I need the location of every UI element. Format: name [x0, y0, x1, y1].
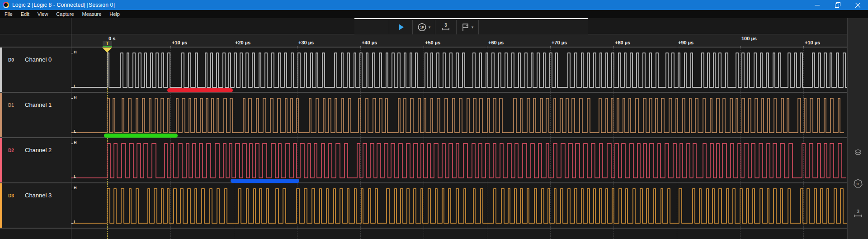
- blue-measure-bar[interactable]: [231, 179, 299, 183]
- channel-color-strip: [0, 183, 2, 228]
- channel-separator: [0, 92, 847, 93]
- menu-item-capture[interactable]: Capture: [52, 10, 78, 18]
- svg-text:3: 3: [857, 209, 859, 214]
- trigger-1f-icon[interactable]: 1F: [853, 178, 863, 189]
- axis-label: +60 µs: [488, 40, 504, 45]
- channel-color-strip: [0, 138, 2, 182]
- axis-label: +50 µs: [425, 40, 440, 45]
- logic2-window: Logic 2 [Logic 8 - Connected] [Session 0…: [0, 0, 868, 239]
- app-logo-icon: [3, 2, 9, 8]
- channel-separator: [0, 47, 847, 48]
- channel-color-strip: [0, 93, 2, 137]
- svg-text:1F: 1F: [856, 182, 860, 186]
- title-bar: Logic 2 [Logic 8 - Connected] [Session 0…: [0, 0, 868, 10]
- digital-waveform-d2: [71, 138, 847, 182]
- right-sidebar: 1F 3: [847, 18, 868, 239]
- channel-id: D3: [8, 193, 14, 198]
- main-area: 1F ▾ 3 ▾ 0 s+10 µs+20 µs+30 µs+: [0, 18, 868, 239]
- axis-label: +10 µs: [805, 40, 820, 45]
- panel-divider: [71, 18, 71, 239]
- menu-item-edit[interactable]: Edit: [17, 10, 33, 18]
- trigger-marker-icon[interactable]: [102, 48, 112, 53]
- menu-item-measure[interactable]: Measure: [78, 10, 106, 18]
- high-level-label: H: [74, 50, 77, 54]
- channel-label-d3[interactable]: D3Channel 3: [0, 183, 71, 228]
- channel-label-d2[interactable]: D2Channel 2: [0, 138, 71, 182]
- wave-row-d2[interactable]: HL: [71, 138, 847, 182]
- channel-label-d1[interactable]: D1Channel 1: [0, 93, 71, 137]
- minimize-button[interactable]: [807, 0, 827, 10]
- high-level-label: H: [74, 140, 77, 145]
- channel-id: D1: [8, 103, 14, 108]
- play-button[interactable]: [389, 20, 412, 34]
- digital-waveform-d3: [71, 183, 847, 228]
- channel-id: D2: [8, 148, 14, 153]
- channel-name: Channel 3: [25, 192, 52, 199]
- channel-name: Channel 0: [25, 56, 52, 63]
- menu-item-view[interactable]: View: [33, 10, 52, 18]
- low-level-label: L: [74, 174, 76, 179]
- wave-row-d3[interactable]: HL: [71, 183, 847, 228]
- high-level-label: H: [74, 186, 77, 190]
- axis-left-spacer: [0, 34, 71, 48]
- digital-waveform-d1: [71, 93, 847, 137]
- menu-bar: FileEditViewCaptureMeasureHelp: [0, 10, 868, 18]
- channel-name: Channel 2: [25, 147, 52, 153]
- channel-name: Channel 1: [25, 101, 52, 108]
- trigger-badge[interactable]: T: [103, 41, 112, 47]
- wave-row-d1[interactable]: HL: [71, 93, 847, 137]
- trigger-mode-button[interactable]: 1F ▾: [413, 20, 435, 34]
- capture-settings-button[interactable]: ▾: [457, 20, 478, 34]
- close-button[interactable]: [848, 0, 868, 10]
- chevron-down-icon: ▾: [472, 25, 474, 29]
- analyzers-layers-icon[interactable]: [853, 147, 863, 158]
- channel-separator: [0, 228, 847, 229]
- axis-label: +40 µs: [362, 40, 377, 45]
- high-level-label: H: [74, 95, 77, 100]
- wave-row-d0[interactable]: HL: [71, 48, 847, 92]
- axis-label: +90 µs: [678, 40, 693, 45]
- channel-color-strip: [0, 48, 2, 92]
- measure-3-icon[interactable]: 3: [853, 208, 863, 219]
- axis-label: +10 µs: [172, 40, 187, 45]
- green-measure-bar[interactable]: [104, 134, 178, 138]
- axis-label: 100 µs: [741, 36, 757, 41]
- restore-button[interactable]: [827, 0, 848, 10]
- low-level-label: L: [74, 129, 76, 134]
- window-title: Logic 2 [Logic 8 - Connected] [Session 0…: [12, 2, 115, 8]
- svg-text:1F: 1F: [420, 25, 424, 29]
- menu-item-file[interactable]: File: [0, 10, 17, 18]
- digital-waveform-d0: [71, 48, 847, 92]
- low-level-label: L: [74, 84, 76, 88]
- svg-text:3: 3: [444, 23, 447, 28]
- chevron-down-icon: ▾: [429, 25, 431, 29]
- time-axis[interactable]: 0 s+10 µs+20 µs+30 µs+40 µs+50 µs+60 µs+…: [71, 34, 847, 48]
- axis-label: +30 µs: [298, 40, 314, 45]
- menu-item-help[interactable]: Help: [105, 10, 124, 18]
- measure-mode-button[interactable]: 3: [435, 20, 456, 34]
- axis-label: +70 µs: [552, 40, 567, 45]
- channel-id: D0: [8, 57, 14, 62]
- axis-label: +20 µs: [235, 40, 250, 45]
- channel-label-d0[interactable]: D0Channel 0: [0, 48, 71, 92]
- red-measure-bar[interactable]: [167, 88, 233, 92]
- low-level-label: L: [74, 220, 76, 224]
- waveform-region[interactable]: HLHLHLHL: [71, 48, 847, 239]
- axis-label: +80 µs: [615, 40, 630, 45]
- capture-toolbar: 1F ▾ 3 ▾: [354, 18, 588, 34]
- channel-separator: [0, 182, 847, 183]
